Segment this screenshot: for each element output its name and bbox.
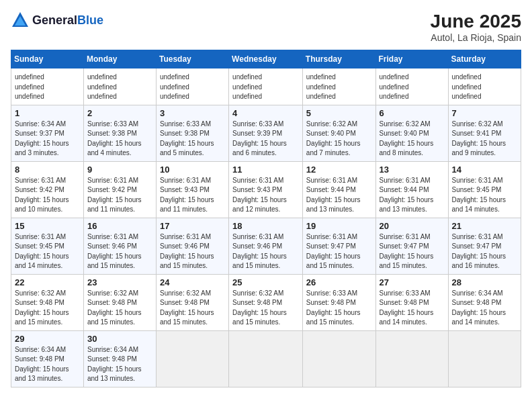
day-info: Sunrise: 6:31 AMSunset: 9:46 PMDaylight:… [232, 232, 299, 271]
day-number: 29 [15, 334, 80, 344]
calendar-cell: 23Sunrise: 6:32 AMSunset: 9:48 PMDayligh… [83, 274, 156, 330]
calendar-cell: 1Sunrise: 6:34 AMSunset: 9:37 PMDaylight… [11, 105, 84, 161]
day-info: Sunrise: 6:33 AMSunset: 9:38 PMDaylight:… [87, 120, 152, 158]
day-info: undefinedundefinedundefined [452, 73, 517, 102]
calendar-cell: 29Sunrise: 6:34 AMSunset: 9:48 PMDayligh… [11, 330, 84, 387]
day-info: undefinedundefinedundefined [306, 73, 372, 102]
day-number: 11 [232, 165, 299, 175]
calendar-cell: 15Sunrise: 6:31 AMSunset: 9:45 PMDayligh… [11, 218, 84, 274]
calendar-cell: 17Sunrise: 6:31 AMSunset: 9:46 PMDayligh… [156, 218, 228, 274]
day-number: 10 [160, 165, 225, 175]
calendar-cell: 20Sunrise: 6:31 AMSunset: 9:47 PMDayligh… [375, 218, 448, 274]
day-info: Sunrise: 6:31 AMSunset: 9:45 PMDaylight:… [452, 176, 517, 215]
day-number: 6 [380, 108, 445, 118]
calendar-cell: 3Sunrise: 6:33 AMSunset: 9:38 PMDaylight… [156, 105, 228, 161]
col-thursday: Thursday [302, 50, 375, 68]
day-number: 23 [87, 277, 152, 287]
calendar-week-row: 1Sunrise: 6:34 AMSunset: 9:37 PMDaylight… [11, 105, 521, 161]
calendar-title: June 2025 [431, 11, 521, 32]
calendar-cell: 26Sunrise: 6:33 AMSunset: 9:48 PMDayligh… [302, 274, 375, 330]
day-info: Sunrise: 6:31 AMSunset: 9:47 PMDaylight:… [380, 232, 445, 271]
calendar-week-row: 8Sunrise: 6:31 AMSunset: 9:42 PMDaylight… [11, 161, 521, 218]
day-info: Sunrise: 6:32 AMSunset: 9:48 PMDaylight:… [232, 289, 299, 328]
day-number: 8 [15, 165, 80, 175]
day-number: 14 [452, 165, 517, 175]
calendar-cell: 13Sunrise: 6:31 AMSunset: 9:44 PMDayligh… [375, 161, 448, 218]
title-area: June 2025 Autol, La Rioja, Spain [431, 11, 521, 43]
day-number: 3 [160, 108, 225, 118]
calendar-cell: 7Sunrise: 6:32 AMSunset: 9:41 PMDaylight… [448, 105, 521, 161]
logo-text-blue: Blue [77, 13, 103, 27]
day-info: Sunrise: 6:31 AMSunset: 9:46 PMDaylight:… [160, 232, 225, 271]
col-tuesday: Tuesday [156, 50, 228, 68]
day-number: 21 [452, 221, 517, 231]
calendar-cell: 4Sunrise: 6:33 AMSunset: 9:39 PMDaylight… [229, 105, 303, 161]
calendar-cell: undefinedundefinedundefined [448, 68, 521, 105]
day-info: undefinedundefinedundefined [15, 73, 80, 102]
col-wednesday: Wednesday [229, 50, 303, 68]
calendar-week-row: 22Sunrise: 6:32 AMSunset: 9:48 PMDayligh… [11, 274, 521, 330]
calendar-cell: undefinedundefinedundefined [11, 68, 84, 105]
col-saturday: Saturday [448, 50, 521, 68]
day-number: 24 [160, 277, 225, 287]
day-number: 20 [380, 221, 445, 231]
calendar-cell: undefinedundefinedundefined [375, 68, 448, 105]
day-info: Sunrise: 6:31 AMSunset: 9:42 PMDaylight:… [15, 176, 80, 215]
calendar-cell: undefinedundefinedundefined [83, 68, 156, 105]
day-info: Sunrise: 6:34 AMSunset: 9:48 PMDaylight:… [452, 289, 517, 328]
calendar-header-row: Sunday Monday Tuesday Wednesday Thursday… [11, 50, 521, 68]
day-info: Sunrise: 6:33 AMSunset: 9:39 PMDaylight:… [232, 120, 299, 158]
calendar-cell: 16Sunrise: 6:31 AMSunset: 9:46 PMDayligh… [83, 218, 156, 274]
calendar-cell: 9Sunrise: 6:31 AMSunset: 9:42 PMDaylight… [83, 161, 156, 218]
day-info: Sunrise: 6:32 AMSunset: 9:41 PMDaylight:… [452, 120, 517, 158]
calendar-cell: undefinedundefinedundefined [229, 68, 303, 105]
col-friday: Friday [375, 50, 448, 68]
day-number: 27 [380, 277, 445, 287]
day-number: 22 [15, 277, 80, 287]
calendar-cell: 27Sunrise: 6:33 AMSunset: 9:48 PMDayligh… [375, 274, 448, 330]
calendar-location: Autol, La Rioja, Spain [431, 32, 521, 43]
calendar-cell: 22Sunrise: 6:32 AMSunset: 9:48 PMDayligh… [11, 274, 84, 330]
calendar-cell: 18Sunrise: 6:31 AMSunset: 9:46 PMDayligh… [229, 218, 303, 274]
day-info: Sunrise: 6:31 AMSunset: 9:47 PMDaylight:… [452, 232, 517, 271]
calendar-cell: 19Sunrise: 6:31 AMSunset: 9:47 PMDayligh… [302, 218, 375, 274]
calendar-cell: undefinedundefinedundefined [156, 68, 228, 105]
day-number: 5 [306, 108, 372, 118]
calendar-cell: 6Sunrise: 6:32 AMSunset: 9:40 PMDaylight… [375, 105, 448, 161]
calendar-cell: 24Sunrise: 6:32 AMSunset: 9:48 PMDayligh… [156, 274, 228, 330]
day-number: 25 [232, 277, 299, 287]
day-number: 18 [232, 221, 299, 231]
day-number: 7 [452, 108, 517, 118]
page-header: GeneralBlue June 2025 Autol, La Rioja, S… [11, 11, 521, 43]
day-info: Sunrise: 6:33 AMSunset: 9:38 PMDaylight:… [160, 120, 225, 158]
calendar-cell [375, 330, 448, 387]
calendar-cell: 30Sunrise: 6:34 AMSunset: 9:48 PMDayligh… [83, 330, 156, 387]
day-number: 16 [87, 221, 152, 231]
day-info: Sunrise: 6:34 AMSunset: 9:48 PMDaylight:… [15, 345, 80, 384]
day-number: 26 [306, 277, 372, 287]
day-info: undefinedundefinedundefined [87, 73, 152, 102]
col-sunday: Sunday [11, 50, 84, 68]
calendar-cell [156, 330, 228, 387]
calendar-cell: 8Sunrise: 6:31 AMSunset: 9:42 PMDaylight… [11, 161, 84, 218]
day-number: 2 [87, 108, 152, 118]
day-info: Sunrise: 6:31 AMSunset: 9:44 PMDaylight:… [380, 176, 445, 215]
calendar-cell: 5Sunrise: 6:32 AMSunset: 9:40 PMDaylight… [302, 105, 375, 161]
day-number: 4 [232, 108, 299, 118]
day-info: Sunrise: 6:31 AMSunset: 9:46 PMDaylight:… [87, 232, 152, 271]
calendar-cell [302, 330, 375, 387]
calendar-cell: 14Sunrise: 6:31 AMSunset: 9:45 PMDayligh… [448, 161, 521, 218]
day-number: 12 [306, 165, 372, 175]
calendar-table: Sunday Monday Tuesday Wednesday Thursday… [11, 50, 521, 387]
day-number: 17 [160, 221, 225, 231]
day-info: Sunrise: 6:33 AMSunset: 9:48 PMDaylight:… [380, 289, 445, 328]
calendar-week-row: 15Sunrise: 6:31 AMSunset: 9:45 PMDayligh… [11, 218, 521, 274]
day-info: Sunrise: 6:31 AMSunset: 9:44 PMDaylight:… [306, 176, 372, 215]
calendar-cell: 10Sunrise: 6:31 AMSunset: 9:43 PMDayligh… [156, 161, 228, 218]
calendar-cell: 25Sunrise: 6:32 AMSunset: 9:48 PMDayligh… [229, 274, 303, 330]
day-info: undefinedundefinedundefined [160, 73, 225, 102]
day-number: 19 [306, 221, 372, 231]
day-number: 9 [87, 165, 152, 175]
day-info: Sunrise: 6:32 AMSunset: 9:40 PMDaylight:… [380, 120, 445, 158]
day-info: Sunrise: 6:31 AMSunset: 9:47 PMDaylight:… [306, 232, 372, 271]
